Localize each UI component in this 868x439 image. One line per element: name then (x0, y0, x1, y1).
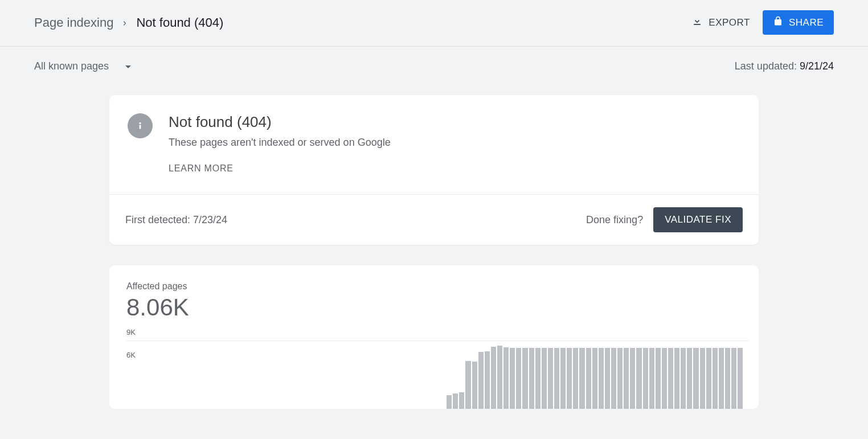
chart-bar (485, 351, 490, 409)
chart-bar (674, 348, 679, 409)
export-label: EXPORT (709, 17, 750, 28)
chart-bar (662, 348, 667, 409)
breadcrumb: Page indexing Not found (404) (34, 15, 223, 30)
chart-bar (522, 348, 527, 409)
last-updated-date: 9/21/24 (800, 60, 834, 72)
share-label: SHARE (789, 17, 824, 28)
export-button[interactable]: EXPORT (689, 12, 752, 33)
share-button[interactable]: SHARE (763, 10, 834, 35)
chart-area: 6K9K (126, 340, 748, 409)
chart-bar (560, 348, 566, 409)
chart-bar (693, 348, 698, 409)
breadcrumb-current: Not found (404) (136, 15, 223, 30)
chart-bar (592, 348, 597, 409)
filter-label: All known pages (34, 60, 109, 72)
chart-bar (668, 348, 673, 409)
download-icon (691, 15, 703, 30)
chart-bar (459, 392, 464, 409)
chart-bar (472, 362, 477, 409)
chart-bar (503, 347, 509, 409)
breadcrumb-root[interactable]: Page indexing (34, 15, 113, 30)
chart-value: 8.06K (126, 294, 748, 321)
chart-bar (529, 348, 534, 409)
fix-group: Done fixing? VALIDATE FIX (586, 207, 743, 232)
y-tick-label: 6K (126, 351, 136, 359)
chart-bar (465, 361, 470, 409)
chart-bar (478, 352, 484, 409)
chart-bar (706, 348, 711, 409)
chart-card: Affected pages 8.06K 6K9K (109, 265, 759, 409)
chart-bar (738, 348, 743, 409)
chart-bar (548, 348, 553, 409)
issue-title: Not found (404) (169, 113, 391, 131)
chart-bar (719, 348, 724, 409)
first-detected: First detected: 7/23/24 (125, 214, 227, 226)
last-updated: Last updated: 9/21/24 (735, 60, 834, 72)
chart-bar (681, 348, 686, 409)
svg-point-0 (139, 122, 141, 124)
chart-bar (573, 348, 578, 409)
chevron-right-icon (121, 15, 128, 30)
info-icon (128, 113, 153, 138)
chart-bar (554, 348, 559, 409)
chart-bar (542, 348, 547, 409)
chart-bar (491, 347, 496, 409)
y-tick-label: 9K (126, 328, 136, 337)
chart-bar (624, 348, 629, 409)
chart-bar (700, 348, 705, 409)
chart-bar (535, 348, 541, 409)
issue-card-top: Not found (404) These pages aren't index… (109, 95, 759, 194)
chart-bar (586, 348, 591, 409)
chart-bar (447, 395, 452, 409)
chart-bar (599, 348, 604, 409)
lock-icon (773, 16, 783, 29)
svg-rect-1 (140, 125, 141, 129)
chart-bars (149, 341, 743, 409)
issue-subtitle: These pages aren't indexed or served on … (169, 137, 391, 149)
chart-bar (649, 348, 654, 409)
done-fixing-label: Done fixing? (586, 214, 643, 226)
chart-bar (611, 348, 616, 409)
issue-card-bottom: First detected: 7/23/24 Done fixing? VAL… (109, 194, 759, 245)
last-updated-label: Last updated: (735, 60, 800, 72)
chart-bar (636, 348, 641, 409)
chart-bar (579, 348, 584, 409)
issue-card-body: Not found (404) These pages aren't index… (169, 113, 391, 174)
chart-label: Affected pages (126, 281, 748, 292)
chart-bar (656, 348, 661, 409)
validate-fix-button[interactable]: VALIDATE FIX (653, 207, 743, 232)
chart-bar (605, 348, 610, 409)
chevron-down-icon (125, 60, 132, 72)
chart-bar (630, 348, 635, 409)
chart-bar (516, 348, 521, 409)
page-filter-dropdown[interactable]: All known pages (34, 60, 132, 72)
header-actions: EXPORT SHARE (689, 10, 834, 35)
chart-bar (497, 346, 502, 409)
page-header: Page indexing Not found (404) EXPORT SHA… (0, 0, 868, 47)
chart-bar (617, 348, 623, 409)
subheader: All known pages Last updated: 9/21/24 (0, 47, 868, 78)
learn-more-link[interactable]: LEARN MORE (169, 163, 391, 174)
chart-bar (510, 348, 515, 409)
chart-bar (687, 348, 692, 409)
chart-bar (453, 393, 458, 409)
chart-bar (567, 348, 572, 409)
chart-bar (713, 348, 718, 409)
chart-bar (643, 348, 648, 409)
chart-bar (725, 348, 730, 409)
chart-bar (731, 348, 736, 409)
issue-card: Not found (404) These pages aren't index… (109, 95, 759, 245)
